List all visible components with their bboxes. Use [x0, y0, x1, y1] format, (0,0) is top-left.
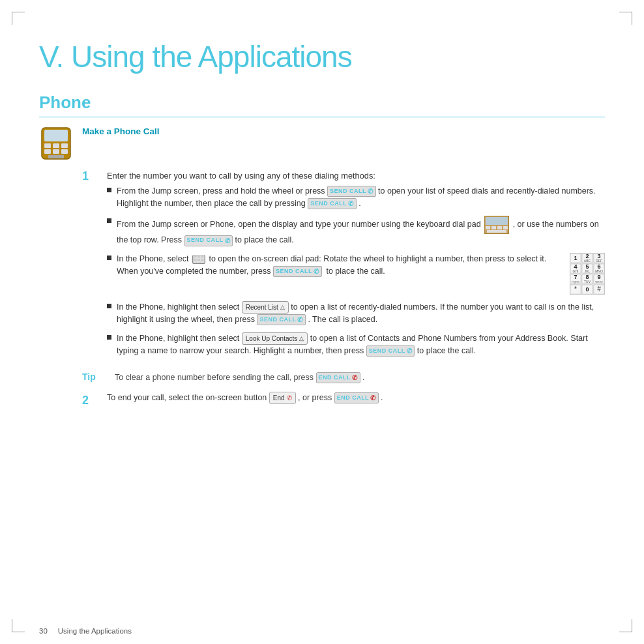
- bullet1-text: From the Jump screen, press and hold the…: [117, 185, 605, 210]
- svg-rect-1: [44, 130, 68, 141]
- step1-content: Enter the number you want to call by usi…: [107, 169, 605, 364]
- arrow-icon: △: [299, 334, 304, 344]
- main-content: V. Using the Applications Phone Make a P…: [39, 39, 605, 618]
- corner-mark-bl: [12, 619, 25, 632]
- phone-device-icon: [39, 126, 73, 163]
- end-icon-s2b: ✆: [370, 393, 376, 403]
- footer-text: Using the Applications: [58, 627, 132, 635]
- list-item: In the Phone, highlight then select Look…: [107, 332, 605, 357]
- svg-rect-8: [48, 155, 64, 158]
- step2-content: To end your call, select the on-screen b…: [107, 392, 383, 410]
- send-call-badge-5: SEND CALL ✆: [366, 345, 415, 357]
- lookup-contacts-button: Look Up Contacts △: [242, 332, 308, 345]
- svg-rect-19: [201, 256, 203, 258]
- svg-text:*: *: [574, 285, 577, 293]
- svg-text:0: 0: [585, 286, 589, 293]
- section-divider: [39, 117, 605, 117]
- svg-text:JKL: JKL: [585, 269, 591, 273]
- step1-intro: Enter the number you want to call by usi…: [107, 171, 375, 181]
- svg-rect-21: [198, 259, 200, 261]
- end-call-label: END CALL: [319, 373, 351, 383]
- content-area: 1 Enter the number you want to call by u…: [82, 169, 605, 410]
- bullet-icon: [107, 256, 111, 260]
- send-call-label: SEND CALL: [310, 199, 347, 209]
- tip-suffix: .: [362, 373, 364, 382]
- chapter-title: V. Using the Applications: [39, 39, 605, 74]
- svg-rect-4: [61, 143, 68, 148]
- svg-rect-10: [486, 217, 508, 225]
- list-item: In the Phone, highlight then select Rece…: [107, 301, 605, 326]
- make-call-section: Make a Phone Call: [39, 126, 605, 163]
- svg-rect-6: [53, 149, 59, 154]
- bullet-icon: [107, 304, 111, 308]
- bullet-icon: [107, 335, 111, 340]
- send-call-badge-4: SEND CALL ✆: [257, 314, 306, 325]
- send-call-label: SEND CALL: [259, 315, 296, 325]
- bullet3-text: In the Phone, select: [117, 253, 605, 295]
- list-item: In the Phone, select: [107, 253, 605, 295]
- svg-rect-14: [503, 226, 508, 229]
- send-call-label: SEND CALL: [330, 187, 366, 196]
- svg-text:7: 7: [574, 274, 577, 280]
- bullet2-text: From the Jump screen or Phone, open the …: [117, 216, 605, 246]
- step2-or: , or press: [298, 393, 334, 402]
- svg-rect-15: [487, 230, 506, 233]
- svg-text:#: #: [597, 285, 601, 293]
- list-item: From the Jump screen, press and hold the…: [107, 185, 605, 210]
- end-call-label: END CALL: [337, 394, 370, 403]
- step2-number: 2: [82, 392, 96, 410]
- call-icon-1: ✆: [368, 186, 373, 196]
- svg-text:GHI: GHI: [573, 269, 579, 273]
- svg-text:ABC: ABC: [584, 259, 591, 263]
- end-icon-s2: ✆: [287, 393, 292, 403]
- page-footer: 30 Using the Applications: [39, 627, 132, 635]
- tip-label: Tip: [82, 372, 102, 382]
- svg-text:DEF: DEF: [596, 259, 602, 263]
- dial-pad-inline: 1 2 ABC 3 DEF 4: [570, 253, 605, 295]
- end-call-badge-tip: END CALL ✆: [316, 372, 360, 383]
- svg-text:MNO: MNO: [595, 269, 603, 273]
- step2-section: 2 To end your call, select the on-screen…: [82, 392, 605, 410]
- step2-text: To end your call, select the on-screen b…: [107, 393, 269, 402]
- send-call-label: SEND CALL: [187, 236, 224, 245]
- bullet-icon: [107, 188, 111, 192]
- svg-rect-3: [53, 143, 59, 148]
- send-call-label: SEND CALL: [369, 347, 405, 356]
- svg-text:TUV: TUV: [584, 280, 591, 284]
- step1-section: 1 Enter the number you want to call by u…: [82, 169, 605, 364]
- tip-row: Tip To clear a phone number before sendi…: [82, 372, 605, 384]
- step1-number: 1: [82, 169, 96, 364]
- call-icon-1b: ✆: [348, 199, 354, 209]
- svg-text:1: 1: [574, 255, 577, 261]
- send-call-badge-1: SEND CALL ✆: [327, 186, 376, 197]
- arrow-icon: △: [280, 303, 285, 312]
- svg-rect-2: [44, 143, 51, 148]
- send-call-badge-2: SEND CALL ✆: [184, 235, 233, 246]
- end-call-badge-s2: END CALL ✆: [334, 392, 379, 404]
- dial-icon: [192, 255, 205, 264]
- section-header: Phone: [39, 93, 605, 113]
- svg-rect-11: [486, 226, 490, 229]
- end-button: End ✆: [269, 392, 296, 405]
- send-call-badge-1b: SEND CALL ✆: [308, 198, 357, 209]
- make-call-content: Make a Phone Call: [82, 126, 160, 141]
- svg-text:PQRS: PQRS: [572, 280, 579, 284]
- send-call-badge-3: SEND CALL ✆: [273, 266, 322, 277]
- svg-rect-13: [497, 226, 502, 229]
- call-icon-4: ✆: [297, 315, 303, 325]
- svg-text:9: 9: [597, 274, 600, 280]
- corner-mark-tr: [619, 12, 632, 25]
- svg-text:WXYZ: WXYZ: [595, 280, 603, 284]
- end-icon-tip: ✆: [352, 373, 358, 383]
- svg-rect-5: [44, 149, 51, 154]
- dialpad-image: [483, 220, 512, 229]
- bullet-icon: [107, 218, 111, 223]
- call-icon-3: ✆: [314, 267, 319, 276]
- call-icon-2: ✆: [225, 236, 231, 246]
- page-number: 30: [39, 627, 48, 635]
- end-btn-label: End: [273, 393, 285, 403]
- corner-mark-br: [619, 619, 632, 632]
- corner-mark-tl: [12, 12, 25, 25]
- bullet5-text: In the Phone, highlight then select Look…: [117, 332, 605, 357]
- bullet-list: From the Jump screen, press and hold the…: [107, 185, 605, 357]
